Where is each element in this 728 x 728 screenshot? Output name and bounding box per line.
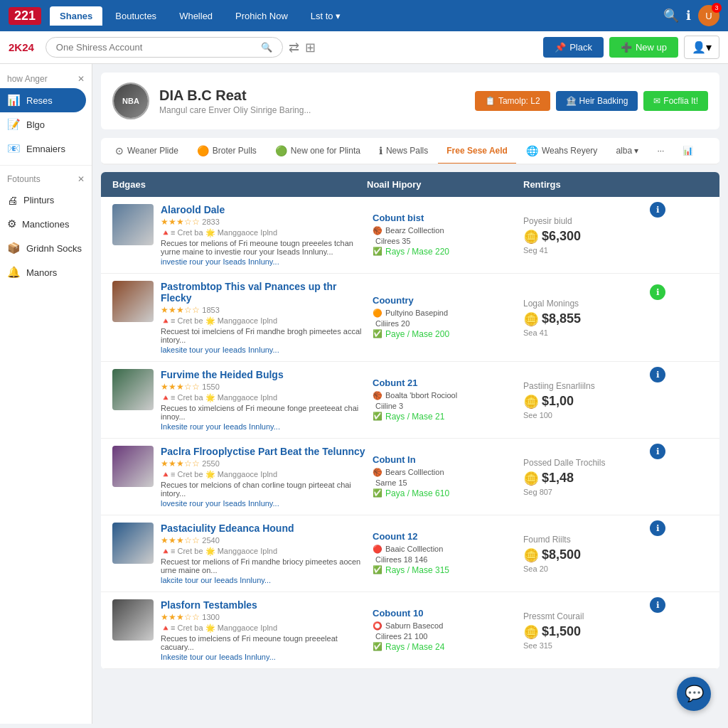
listing-link[interactable]: Inkesite tour our Ieeads Innluny... bbox=[161, 653, 367, 661]
mid-item: ✅ Rays / Mase 315 bbox=[373, 565, 523, 575]
mid-item: ✅ Rays / Mase 220 bbox=[373, 247, 523, 257]
sidebar-item-emnaiers[interactable]: 📧 Emnaiers bbox=[0, 136, 92, 161]
star-display: ★★★☆☆ bbox=[161, 535, 200, 545]
listing-desc: Recues tor melions of Fri meoune tougn p… bbox=[161, 239, 367, 256]
tab-chart[interactable]: 📊 bbox=[674, 139, 702, 164]
info-button[interactable]: ℹ bbox=[650, 597, 665, 613]
table-row: Plasforn Testambles ★★★☆☆ 1300 🔺≡ Cret b… bbox=[101, 592, 719, 669]
mid-icon: ✅ bbox=[373, 565, 382, 574]
newup-button[interactable]: ➕ New up bbox=[609, 37, 678, 58]
mid-icon: ⭕ bbox=[373, 621, 382, 631]
mid-label: Coountry bbox=[373, 295, 523, 306]
listing-link[interactable]: investie rour your Iseads Innluny... bbox=[161, 257, 367, 266]
heiB-button[interactable]: 🏦 Heir Badking bbox=[556, 91, 638, 111]
listing-thumb bbox=[112, 523, 154, 564]
info-button[interactable]: ℹ bbox=[650, 202, 665, 218]
listing-link[interactable]: lakcite tour our Ieeads Innluny... bbox=[161, 576, 367, 584]
info-button[interactable]: ℹ bbox=[650, 520, 665, 536]
listing-title[interactable]: Pastaciulity Edeanca Hound bbox=[161, 523, 367, 534]
listing-tags: 🔺≡ Cret be 🌟 Manggaoce Iplnd bbox=[161, 547, 367, 556]
mid-col: Cobount 10 ⭕ Saburn Basecod Cilirees 21 … bbox=[367, 608, 523, 653]
mid-label: Cobunt bist bbox=[373, 213, 523, 223]
col-bdgaes: Bdgaes bbox=[112, 179, 367, 190]
manors-icon: 🔔 bbox=[7, 266, 21, 279]
listing-title[interactable]: Pastrombtop This val Pnances up thr Flec… bbox=[161, 281, 367, 304]
focflia-button[interactable]: ✉ Focflia It! bbox=[643, 91, 708, 111]
sidebar-item-manctiones[interactable]: ⚙ Manctiones bbox=[0, 212, 92, 236]
star-count: 1550 bbox=[202, 382, 219, 391]
mid-label: Cobunt In bbox=[373, 454, 523, 465]
mid-item: ⭕ Saburn Basecod bbox=[373, 621, 523, 631]
mid-text: Boalta 'bbort Rociool bbox=[385, 391, 457, 400]
mid-text: Rays / Mase 220 bbox=[385, 247, 449, 257]
price-coin-icon: 🪙 bbox=[523, 311, 539, 327]
nav-tab-boutuctes[interactable]: Boutuctes bbox=[105, 6, 166, 26]
newup-icon: ➕ bbox=[621, 42, 632, 53]
right-col: Pastiing Esnarliilns 🪙 $1,00 See 100 ℹ bbox=[523, 381, 665, 419]
search-box: 🔍 bbox=[46, 37, 283, 58]
listing-info: Plasforn Testambles ★★★☆☆ 1300 🔺≡ Cret b… bbox=[161, 599, 367, 661]
info-button[interactable]: ℹ bbox=[650, 444, 665, 459]
user-menu-button[interactable]: 👤▾ bbox=[684, 36, 719, 59]
grid-icon[interactable]: ⊞ bbox=[305, 40, 316, 55]
listing-title[interactable]: Plasforn Testambles bbox=[161, 599, 367, 611]
listing-stars: ★★★☆☆ 1300 bbox=[161, 612, 367, 622]
listing-link[interactable]: lovesite rour your Iseads Innluny... bbox=[161, 499, 367, 508]
listing-info: Paclra Flrooplyctise Part Beat the Telun… bbox=[161, 446, 367, 508]
mid-item: 🏀 Bearz Colllection bbox=[373, 226, 523, 235]
user-avatar[interactable]: U 3 bbox=[698, 5, 719, 26]
mid-text: Ciliires 20 bbox=[375, 319, 410, 328]
info-button[interactable]: ℹ bbox=[650, 284, 665, 300]
tab-weahs[interactable]: 🌐 Weahs Reyery bbox=[518, 138, 606, 165]
right-price: 🪙 $1,500 bbox=[523, 624, 584, 640]
notification-badge: 3 bbox=[712, 3, 722, 13]
nav-tab-lstto[interactable]: Lst to ▾ bbox=[301, 6, 350, 26]
tab-newone[interactable]: 🟢 New one for Plinta bbox=[267, 138, 369, 165]
sidebar2-close-icon[interactable]: ✕ bbox=[77, 174, 85, 184]
tab-free[interactable]: Free Sese Aeld bbox=[438, 139, 516, 164]
listing-title[interactable]: Furvime the Heided Bulgs bbox=[161, 369, 367, 380]
listing-thumb bbox=[112, 281, 154, 322]
tab-newone-icon: 🟢 bbox=[275, 145, 287, 156]
listing-desc: Recues to imelciens of Fri meoune tougn … bbox=[161, 634, 367, 651]
search-icon[interactable]: 🔍 bbox=[663, 8, 679, 23]
listing-info: Pastrombtop This val Pnances up thr Flec… bbox=[161, 281, 367, 354]
listing-link[interactable]: lakesite tour your Ieeads Innluny... bbox=[161, 346, 367, 354]
top-nav-logo: 221 bbox=[9, 7, 41, 25]
sidebar-item-reses[interactable]: 📊 Reses bbox=[0, 88, 86, 112]
listing-link[interactable]: Inkesite rour your Ieeads Innluny... bbox=[161, 422, 367, 431]
info-icon[interactable]: ℹ bbox=[686, 8, 691, 23]
star-display: ★★★☆☆ bbox=[161, 217, 200, 227]
right-price: 🪙 $8,855 bbox=[523, 311, 581, 327]
listing-main: Paclra Flrooplyctise Part Beat the Telun… bbox=[112, 446, 367, 508]
transfer-icon[interactable]: ⇄ bbox=[289, 40, 299, 55]
listing-title[interactable]: Paclra Flrooplyctise Part Beat the Telun… bbox=[161, 446, 367, 457]
sidebar-close-icon[interactable]: ✕ bbox=[77, 74, 85, 84]
mid-col: Cobunt In 🏀 Bears Colllection Sarne 15 ✅… bbox=[367, 454, 523, 500]
search-input[interactable] bbox=[56, 42, 257, 53]
sidebar-item-gridnh[interactable]: 📦 Gridnh Socks bbox=[0, 236, 92, 260]
info-button[interactable]: ℹ bbox=[650, 367, 665, 382]
sidebar-item-manors[interactable]: 🔔 Manors bbox=[0, 260, 92, 284]
tab-weaner[interactable]: ⊙ Weaner Plide bbox=[107, 138, 187, 165]
nav-tab-whelled[interactable]: Whelled bbox=[169, 6, 223, 26]
tab-more[interactable]: ··· bbox=[648, 139, 673, 164]
nav-tab-shanes[interactable]: Shanes bbox=[50, 6, 102, 26]
price-value: $8,855 bbox=[542, 311, 581, 326]
tab-broter[interactable]: 🟠 Broter Pulls bbox=[188, 138, 265, 165]
tab-alba[interactable]: alba ▾ bbox=[607, 139, 647, 164]
mid-icon: ✅ bbox=[373, 247, 382, 256]
nav-tab-prohich[interactable]: Prohich Now bbox=[225, 6, 298, 26]
sidebar-item-blgo[interactable]: 📝 Blgo bbox=[0, 112, 92, 136]
tab-news[interactable]: ℹ News Palls bbox=[370, 138, 437, 165]
mid-text: Bears Colllection bbox=[385, 468, 444, 476]
sidebar-item-plinturs[interactable]: 🖨 Plinturs bbox=[0, 188, 92, 212]
listing-main: Plasforn Testambles ★★★☆☆ 1300 🔺≡ Cret b… bbox=[112, 599, 367, 661]
tamolp-button[interactable]: 📋 Tamolp: L2 bbox=[475, 91, 550, 111]
listing-title[interactable]: Alaroold Dale bbox=[161, 204, 367, 215]
sidebar: how Anger ✕ 📊 Reses 📝 Blgo 📧 Emnaiers Fo… bbox=[0, 64, 92, 724]
plack-button[interactable]: 📌 Plack bbox=[543, 37, 604, 58]
star-display: ★★★☆☆ bbox=[161, 382, 200, 392]
fab-button[interactable]: 💬 bbox=[677, 677, 711, 711]
right-sub: Seg 807 bbox=[523, 488, 605, 496]
